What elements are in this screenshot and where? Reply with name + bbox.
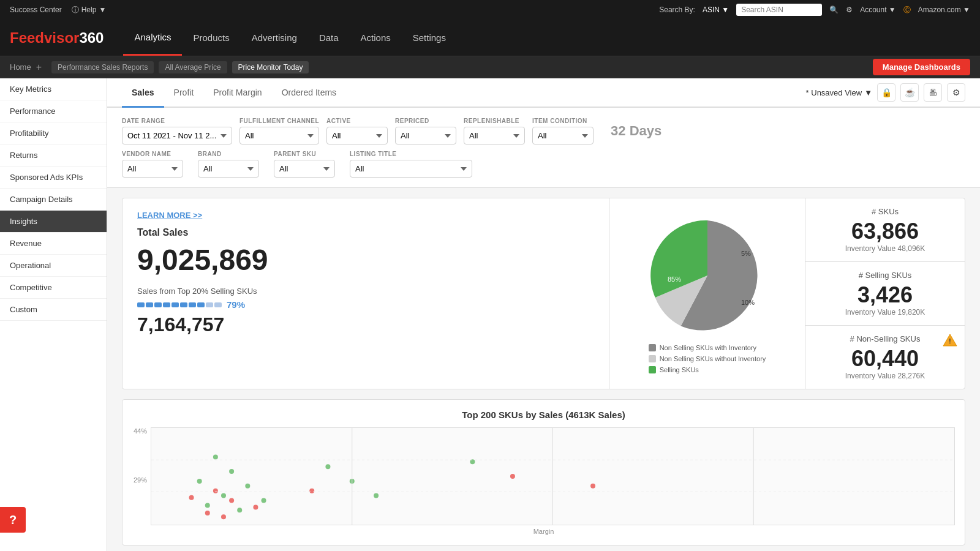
sidebar-item-profitability[interactable]: Profitability (0, 122, 107, 144)
dot-5 (172, 302, 179, 307)
svg-point-5 (221, 493, 226, 498)
sidebar-item-key-metrics[interactable]: Key Metrics (0, 78, 107, 100)
nav-advertising[interactable]: Advertising (241, 20, 308, 56)
tabs-bar: Sales Profit Profit Margin Ordered Items… (107, 78, 980, 108)
active-select[interactable]: All (326, 127, 388, 144)
chart-title: Top 200 SKUs by Sales (4613K Sales) (132, 410, 955, 420)
tab-sales[interactable]: Sales (122, 79, 164, 108)
sidebar-item-campaign-details[interactable]: Campaign Details (0, 189, 107, 211)
nav-actions[interactable]: Actions (350, 20, 402, 56)
success-center-link[interactable]: Success Center (10, 6, 62, 14)
sku-stat-total: # SKUs 63,866 Inventory Value 48,096K (805, 198, 965, 262)
tab-profit[interactable]: Profit (164, 79, 204, 108)
help-float-button[interactable]: ? (0, 507, 26, 533)
dot-3 (154, 302, 162, 307)
nav-products[interactable]: Products (182, 20, 240, 56)
logo-360: 360 (79, 29, 104, 46)
learn-more-link[interactable]: LEARN MORE >> (137, 211, 594, 220)
date-range-select[interactable]: Oct 11 2021 - Nov 11 2... (122, 127, 232, 144)
breadcrumb-item-3[interactable]: Price Monitor Today (232, 61, 309, 73)
nav-analytics[interactable]: Analytics (123, 20, 182, 56)
y-axis: 44% 29% (132, 427, 151, 525)
filters-section: DATE RANGE Oct 11 2021 - Nov 11 2... FUL… (107, 108, 980, 188)
brand-filter: BRAND All (198, 151, 259, 178)
search-input[interactable] (736, 4, 822, 16)
svg-point-4 (245, 484, 250, 489)
sku-stat-total-value: 63,866 (818, 219, 952, 244)
vendor-label: VENDOR NAME (122, 151, 183, 157)
date-range-filter: DATE RANGE Oct 11 2021 - Nov 11 2... (122, 118, 232, 144)
active-label: ACTIVE (326, 118, 388, 124)
warning-icon: ! (943, 333, 957, 348)
legend-label-2: Non Selling SKUs without Inventory (660, 355, 766, 362)
sidebar-item-revenue[interactable]: Revenue (0, 233, 107, 255)
breadcrumb-item-1[interactable]: Performance Sales Reports (51, 61, 154, 73)
date-range-label: DATE RANGE (122, 118, 232, 124)
svg-point-7 (262, 498, 266, 503)
fulfillment-label: FULFILLMENT CHANNEL (239, 118, 319, 124)
search-icon[interactable]: 🔍 (829, 6, 839, 14)
settings-icon[interactable]: ⚙ (846, 6, 853, 14)
account-selector[interactable]: Account ▼ (860, 6, 896, 14)
progress-dots (137, 302, 222, 307)
parent-sku-select[interactable]: All (274, 160, 335, 178)
brand-label: BRAND (198, 151, 259, 157)
sidebar-item-competitive[interactable]: Competitive (0, 277, 107, 299)
tab-profit-margin[interactable]: Profit Margin (203, 79, 271, 108)
cards-section: LEARN MORE >> Total Sales 9,025,869 Sale… (122, 198, 965, 389)
breadcrumb-home[interactable]: Home (10, 62, 31, 72)
sidebar-item-custom[interactable]: Custom (0, 299, 107, 321)
breadcrumb-item-2[interactable]: All Average Price (159, 61, 227, 73)
sidebar-item-sponsored-ads[interactable]: Sponsored Ads KPIs (0, 167, 107, 189)
replenishable-select[interactable]: All (464, 127, 525, 144)
repriced-select[interactable]: All (395, 127, 456, 144)
fulfillment-select[interactable]: All (239, 127, 319, 144)
tabs-actions: * Unsaved View ▼ 🔒 ☕ 🖶 ⚙ (806, 83, 965, 102)
svg-point-6 (205, 503, 210, 508)
unsaved-view-label: * Unsaved View (806, 88, 862, 97)
bookmark-button[interactable]: ☕ (900, 83, 919, 102)
vendor-select[interactable]: All (122, 160, 183, 178)
nav-settings[interactable]: Settings (402, 20, 457, 56)
item-condition-select[interactable]: All (532, 127, 594, 144)
listing-title-select[interactable]: All (350, 160, 472, 178)
main-layout: Key Metrics Performance Profitability Re… (0, 78, 980, 551)
y-label-44: 44% (134, 427, 147, 435)
breadcrumb-bar: Home + Performance Sales Reports All Ave… (0, 56, 980, 78)
pie-chart-area: 5% 10% 85% Non Selling SKUs with Invento… (609, 198, 805, 389)
filters-row-1: DATE RANGE Oct 11 2021 - Nov 11 2... FUL… (122, 118, 965, 144)
total-sales-label: Total Sales (137, 227, 594, 238)
sidebar-item-returns[interactable]: Returns (0, 144, 107, 167)
nav-data[interactable]: Data (308, 20, 350, 56)
sku-stat-non-selling: # Non-Selling SKUs ! 60,440 Inventory Va… (805, 326, 965, 389)
help-chevron: ▼ (99, 6, 106, 14)
add-dashboard-button[interactable]: + (36, 62, 42, 73)
amazon-icon: Ⓒ (903, 5, 911, 15)
scatter-container: 44% 29% (132, 427, 955, 525)
unsaved-view-selector[interactable]: * Unsaved View ▼ (806, 88, 872, 97)
sidebar-item-operational[interactable]: Operational (0, 255, 107, 277)
sidebar-item-insights[interactable]: Insights (0, 211, 107, 233)
print-button[interactable]: 🖶 (924, 83, 942, 102)
tab-ordered-items[interactable]: Ordered Items (272, 79, 346, 108)
legend-item-3: Selling SKUs (649, 366, 766, 373)
svg-point-17 (309, 489, 314, 493)
top-bar-right: Search By: ASIN ▼ 🔍 ⚙ Account ▼ Ⓒ Amazon… (659, 4, 970, 16)
search-type-selector[interactable]: ASIN ▼ (703, 6, 729, 14)
svg-point-8 (237, 508, 242, 512)
help-button[interactable]: ⓘ Help ▼ (72, 5, 107, 15)
dot-9 (206, 302, 213, 307)
lock-button[interactable]: 🔒 (877, 83, 895, 102)
amazon-account[interactable]: Amazon.com ▼ (918, 6, 970, 14)
main-nav: Analytics Products Advertising Data Acti… (123, 20, 457, 56)
sidebar-item-performance[interactable]: Performance (0, 100, 107, 122)
pie-label-85: 85% (668, 276, 681, 283)
brand-select[interactable]: All (198, 160, 259, 178)
manage-dashboards-button[interactable]: Manage Dashboards (873, 59, 970, 75)
total-sales-value: 9,025,869 (137, 243, 594, 277)
search-type-chevron: ▼ (722, 6, 729, 14)
listing-title-label: LISTING TITLE (350, 151, 472, 157)
settings-button[interactable]: ⚙ (947, 83, 965, 102)
fulfillment-filter: FULFILLMENT CHANNEL All (239, 118, 319, 144)
sku-stat-non-selling-sub: Inventory Value 28,276K (818, 372, 952, 380)
